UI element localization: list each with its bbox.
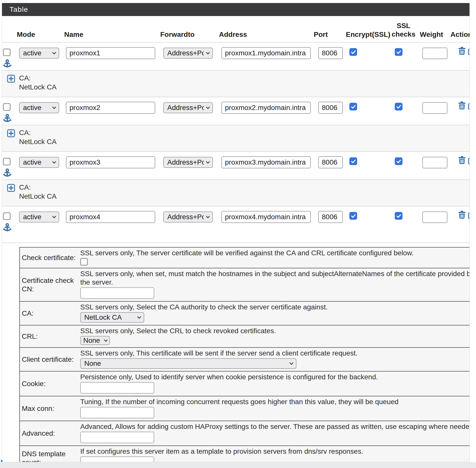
forwardto-select[interactable]: Address+Port <box>163 48 213 59</box>
ca-summary-label: CA: <box>19 74 470 83</box>
trash-icon[interactable] <box>458 101 466 110</box>
port-input[interactable] <box>318 102 343 114</box>
mode-select[interactable]: active <box>19 211 59 222</box>
chevron-down-icon <box>52 52 56 55</box>
detail-row-cookie: Cookie: Persistence only, Used to identi… <box>20 372 470 396</box>
ssl-checks-checkbox[interactable] <box>395 48 403 56</box>
client-certificate-select[interactable]: None <box>80 358 296 369</box>
address-input[interactable] <box>221 102 311 114</box>
cookie-input[interactable] <box>80 382 154 394</box>
ca-select[interactable]: NetLock CA <box>80 312 144 323</box>
table-panel: Table Mode Name Forwardto Address Port E… <box>2 3 470 462</box>
checkmark-icon <box>395 213 402 219</box>
name-input[interactable] <box>66 211 155 223</box>
address-input[interactable] <box>221 211 311 223</box>
detail-description: SSL servers only, when set, must match t… <box>80 270 470 278</box>
detail-description: If set configures this server item as a … <box>80 447 470 456</box>
detail-row-certificate-check-cn: Certificate check CN: SSL servers only, … <box>20 268 470 302</box>
ssl-checks-checkbox[interactable] <box>395 157 403 165</box>
row-select-checkbox[interactable] <box>3 158 11 165</box>
weight-input[interactable] <box>422 102 447 114</box>
encrypt-ssl-checkbox[interactable] <box>349 157 357 165</box>
dns-template-count-input[interactable] <box>80 456 154 462</box>
chevron-down-icon <box>52 106 56 109</box>
ca-summary-row: CA: NetLock CA <box>2 70 470 97</box>
mode-select[interactable]: active <box>19 48 59 59</box>
detail-label: Check certificate: <box>20 248 80 268</box>
checkmark-icon <box>395 103 402 110</box>
expand-plus-icon[interactable] <box>7 129 15 137</box>
name-input[interactable] <box>66 102 155 114</box>
anchor-icon[interactable] <box>3 114 12 123</box>
trash-icon[interactable] <box>458 156 466 165</box>
table-content: Mode Name Forwardto Address Port Encrypt… <box>2 16 470 462</box>
row-select-checkbox[interactable] <box>3 212 11 220</box>
check-certificate-checkbox[interactable] <box>80 258 88 266</box>
ssl-checks-checkbox[interactable] <box>395 103 403 110</box>
trash-icon[interactable] <box>458 210 466 219</box>
forwardto-select[interactable]: Address+Port <box>163 211 213 222</box>
table-header-row: Mode Name Forwardto Address Port Encrypt… <box>2 16 470 42</box>
detail-label: DNS template count: <box>20 446 80 462</box>
trash-icon[interactable] <box>458 47 466 56</box>
weight-input[interactable] <box>422 157 447 168</box>
address-input[interactable] <box>221 156 311 168</box>
encrypt-ssl-checkbox[interactable] <box>349 103 357 110</box>
detail-label: Client certificate: <box>20 348 80 371</box>
ca-summary-text: CA: NetLock CA <box>19 125 470 146</box>
detail-row-ca: CA: SSL servers only, Select the CA auth… <box>20 302 470 325</box>
port-input[interactable] <box>318 211 343 223</box>
chevron-down-icon <box>289 362 293 365</box>
anchor-icon[interactable] <box>3 59 12 69</box>
ca-summary-text: CA: NetLock CA <box>19 180 470 201</box>
detail-row-advanced: Advanced: Advanced, Allows for adding cu… <box>20 421 470 446</box>
ca-summary-label: CA: <box>19 128 470 137</box>
chevron-down-icon <box>104 339 107 342</box>
max-conn-input[interactable] <box>80 407 154 418</box>
anchor-icon[interactable] <box>3 223 12 232</box>
copy-icon[interactable] <box>468 156 470 165</box>
copy-icon[interactable] <box>468 101 470 110</box>
expand-plus-icon[interactable] <box>7 75 15 83</box>
detail-description: SSL servers only, The server certificate… <box>80 249 470 257</box>
ca-summary-value: NetLock CA <box>19 137 470 146</box>
server-row: active Address+Port <box>2 151 470 179</box>
column-header-encrypt-ssl: Encrypt(SSL) <box>346 31 390 39</box>
ssl-checks-checkbox[interactable] <box>395 212 403 220</box>
column-header-mode: Mode <box>17 31 35 39</box>
crl-select[interactable]: None <box>80 336 110 345</box>
expand-plus-icon[interactable] <box>7 184 15 192</box>
chevron-down-icon <box>206 52 210 55</box>
weight-input[interactable] <box>422 48 447 59</box>
advanced-input[interactable] <box>80 432 154 443</box>
detail-description: Persistence only, Used to identify serve… <box>80 373 470 381</box>
page-background-strip <box>0 462 476 468</box>
detail-description: the server. <box>80 278 470 287</box>
certificate-check-cn-input[interactable] <box>80 287 154 299</box>
detail-row-max-conn: Max conn: Tuning, If the number of incom… <box>20 396 470 421</box>
forwardto-select[interactable]: Address+Port <box>163 157 213 168</box>
port-input[interactable] <box>318 47 343 59</box>
ca-summary-text: CA: NetLock CA <box>19 71 470 92</box>
port-input[interactable] <box>318 156 343 168</box>
anchor-icon[interactable] <box>3 168 12 178</box>
mode-select[interactable]: active <box>19 157 59 168</box>
encrypt-ssl-checkbox[interactable] <box>349 48 357 56</box>
mode-select[interactable]: active <box>19 102 59 113</box>
name-input[interactable] <box>66 47 155 59</box>
detail-label: CRL: <box>20 325 80 347</box>
address-input[interactable] <box>221 47 311 59</box>
encrypt-ssl-checkbox[interactable] <box>349 212 357 220</box>
panel-title: Table <box>10 6 28 14</box>
row-select-checkbox[interactable] <box>3 49 11 56</box>
copy-icon[interactable] <box>468 211 470 219</box>
weight-input[interactable] <box>422 211 447 223</box>
copy-icon[interactable] <box>468 47 470 55</box>
server-row: active Address+Port <box>2 42 470 70</box>
ca-summary-row: CA: NetLock CA <box>2 125 470 151</box>
checkmark-icon <box>395 158 402 165</box>
forwardto-select[interactable]: Address+Port <box>163 102 213 113</box>
name-input[interactable] <box>66 156 155 168</box>
row-select-checkbox[interactable] <box>3 103 11 111</box>
server-detail-panel: Check certificate: SSL servers only, The… <box>19 247 470 462</box>
